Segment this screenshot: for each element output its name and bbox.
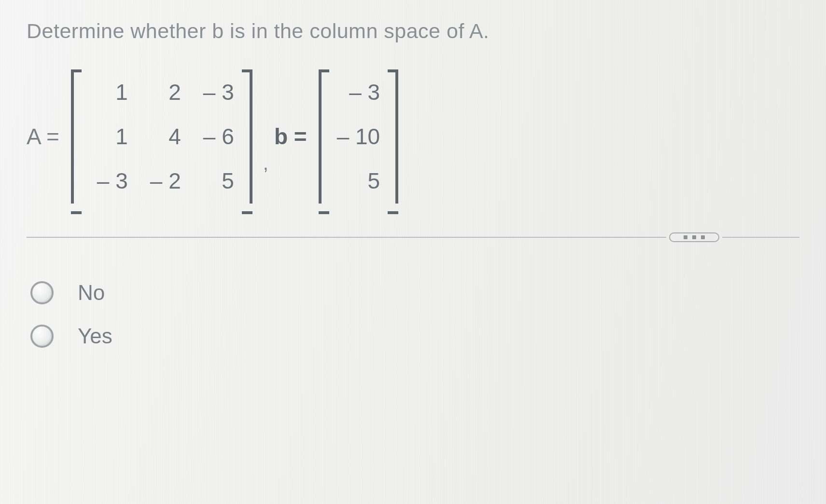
bracket-left-icon xyxy=(69,69,81,204)
cell-A-3-3: 5 xyxy=(196,168,234,194)
option-no[interactable]: No xyxy=(30,281,799,305)
label-A: A = xyxy=(27,123,59,150)
question-text: Determine whether b is in the column spa… xyxy=(27,19,799,43)
cell-A-3-1: – 3 xyxy=(89,168,128,194)
ellipsis-icon xyxy=(692,235,696,239)
answer-options: No Yes xyxy=(30,281,799,348)
separator-line xyxy=(27,237,666,238)
cell-b-3: 5 xyxy=(337,168,380,194)
bracket-right-icon xyxy=(389,69,400,204)
vector-b-cells: – 3 – 10 5 xyxy=(328,69,389,204)
cell-A-2-3: – 6 xyxy=(196,123,234,150)
cell-A-1-2: 2 xyxy=(142,79,181,105)
cell-b-1: – 3 xyxy=(337,79,380,105)
ellipsis-icon xyxy=(701,235,705,239)
comma: , xyxy=(263,99,268,174)
matrix-A: 1 2 – 3 1 4 – 6 – 3 – 2 5 xyxy=(69,69,254,204)
radio-icon[interactable] xyxy=(30,325,54,348)
separator-line xyxy=(722,237,799,238)
cell-A-2-1: 1 xyxy=(89,123,128,150)
cell-A-3-2: – 2 xyxy=(142,168,181,194)
cell-A-1-3: – 3 xyxy=(196,79,234,105)
cell-A-2-2: 4 xyxy=(142,123,181,150)
separator-row xyxy=(27,232,799,242)
radio-icon[interactable] xyxy=(30,281,54,304)
more-options-button[interactable] xyxy=(669,232,719,242)
equation-row: A = 1 2 – 3 1 4 – 6 – 3 – 2 5 , b = – 3 … xyxy=(27,69,799,204)
bracket-left-icon xyxy=(317,69,328,204)
cell-b-2: – 10 xyxy=(337,123,380,150)
option-yes-label: Yes xyxy=(78,324,112,348)
label-b: b = xyxy=(274,123,307,150)
option-yes[interactable]: Yes xyxy=(30,324,799,348)
bracket-right-icon xyxy=(243,69,254,204)
cell-A-1-1: 1 xyxy=(89,79,128,105)
option-no-label: No xyxy=(78,281,105,305)
ellipsis-icon xyxy=(684,235,687,239)
matrix-A-cells: 1 2 – 3 1 4 – 6 – 3 – 2 5 xyxy=(81,69,243,204)
vector-b: – 3 – 10 5 xyxy=(317,69,401,204)
